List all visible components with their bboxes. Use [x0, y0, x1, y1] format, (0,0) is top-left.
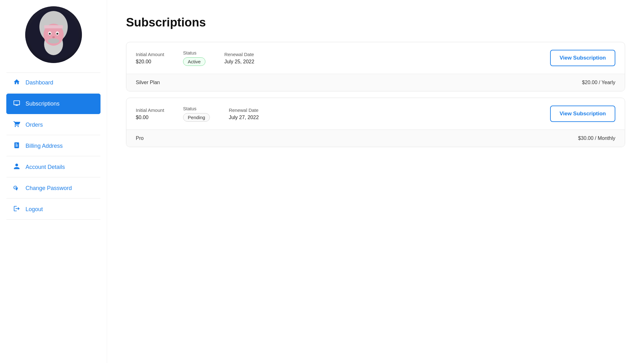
subscription-card-2-top: Initial Amount $0.00 Status Pending Rene…: [126, 98, 625, 130]
renewal-date-field-1: Renewal Date July 25, 2022: [224, 52, 254, 65]
renewal-date-value-2: July 27, 2022: [229, 115, 259, 120]
subscription-card-1: Initial Amount $20.00 Status Active Rene…: [126, 42, 625, 91]
initial-amount-field-1: Initial Amount $20.00: [136, 52, 164, 65]
subscriptions-icon: [13, 100, 20, 108]
sidebar-item-dashboard[interactable]: Dashboard: [6, 72, 101, 93]
svg-point-8: [56, 33, 58, 35]
logout-icon: [13, 205, 20, 214]
subscription-card-2: Initial Amount $0.00 Status Pending Rene…: [126, 98, 625, 147]
account-icon: [13, 163, 20, 171]
sidebar-item-password[interactable]: Change Password: [6, 178, 101, 199]
initial-amount-field-2: Initial Amount $0.00: [136, 107, 164, 120]
sidebar-item-account[interactable]: Account Details: [6, 157, 101, 177]
key-icon: [13, 184, 20, 193]
nav-menu: Dashboard Subscriptions Orders: [0, 72, 107, 220]
status-field-1: Status Active: [183, 50, 205, 66]
sidebar: Dashboard Subscriptions Orders: [0, 0, 107, 363]
plan-price-1: $20.00 / Yearly: [582, 80, 615, 85]
plan-name-1: Silver Plan: [136, 80, 160, 85]
sidebar-item-account-label: Account Details: [26, 164, 65, 170]
sidebar-item-logout[interactable]: Logout: [6, 199, 101, 220]
plan-name-2: Pro: [136, 135, 144, 141]
view-subscription-button-1[interactable]: View Subscription: [550, 50, 615, 66]
renewal-date-value-1: July 25, 2022: [224, 59, 254, 65]
sidebar-item-subscriptions[interactable]: Subscriptions: [6, 94, 101, 114]
renewal-date-label-2: Renewal Date: [229, 107, 259, 113]
billing-icon: [13, 142, 20, 150]
subscription-card-1-top: Initial Amount $20.00 Status Active Rene…: [126, 42, 625, 74]
subscription-card-1-bottom: Silver Plan $20.00 / Yearly: [126, 74, 625, 91]
svg-point-7: [49, 33, 51, 35]
initial-amount-label-2: Initial Amount: [136, 107, 164, 113]
status-badge-2: Pending: [183, 113, 210, 122]
view-subscription-button-2[interactable]: View Subscription: [550, 106, 615, 122]
sidebar-item-billing[interactable]: Billing Address: [6, 136, 101, 156]
subscription-card-2-bottom: Pro $30.00 / Monthly: [126, 130, 625, 147]
renewal-date-field-2: Renewal Date July 27, 2022: [229, 107, 259, 120]
initial-amount-value-2: $0.00: [136, 115, 164, 120]
sidebar-item-subscriptions-label: Subscriptions: [26, 101, 60, 107]
avatar: [25, 6, 82, 63]
sidebar-item-orders[interactable]: Orders: [6, 115, 101, 135]
svg-point-10: [48, 38, 59, 43]
page-title: Subscriptions: [126, 16, 625, 29]
plan-price-2: $30.00 / Monthly: [578, 135, 615, 141]
initial-amount-label-1: Initial Amount: [136, 52, 164, 57]
status-label-1: Status: [183, 50, 205, 55]
renewal-date-label-1: Renewal Date: [224, 52, 254, 57]
status-label-2: Status: [183, 106, 210, 111]
svg-rect-4: [44, 25, 63, 28]
initial-amount-value-1: $20.00: [136, 59, 164, 65]
main-content: Subscriptions Initial Amount $20.00 Stat…: [107, 0, 644, 363]
svg-point-9: [52, 36, 55, 38]
sidebar-item-password-label: Change Password: [26, 185, 72, 192]
sidebar-item-billing-label: Billing Address: [26, 143, 63, 149]
sidebar-item-logout-label: Logout: [26, 206, 43, 213]
status-badge-1: Active: [183, 57, 205, 66]
sidebar-item-orders-label: Orders: [26, 122, 43, 128]
home-icon: [13, 78, 20, 87]
status-field-2: Status Pending: [183, 106, 210, 122]
sidebar-item-dashboard-label: Dashboard: [26, 79, 53, 86]
cart-icon: [13, 121, 20, 129]
